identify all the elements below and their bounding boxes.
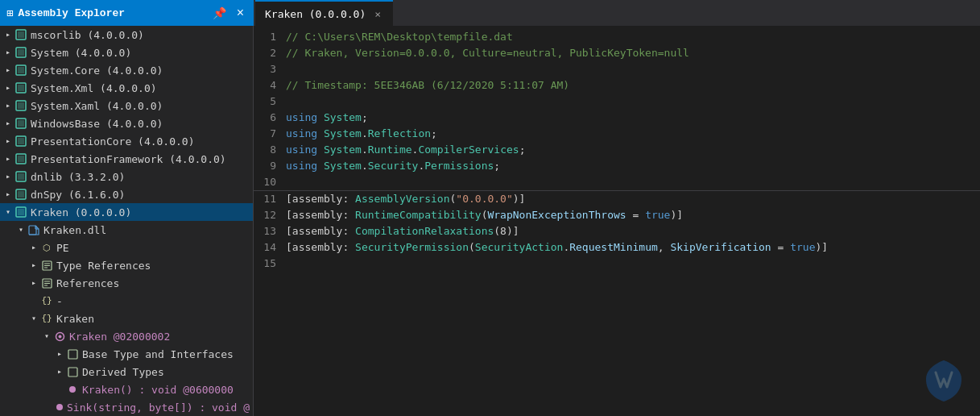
line-number: 12 — [254, 207, 286, 223]
line-number: 6 — [254, 110, 286, 126]
tab-close-btn[interactable]: × — [372, 7, 383, 21]
svg-rect-17 — [18, 173, 24, 180]
ns-icon: {} — [40, 294, 53, 307]
sidebar-item-systemxml[interactable]: System.Xml (4.0.0.0) — [0, 79, 253, 97]
svg-rect-3 — [18, 49, 24, 56]
sidebar-label: Sink(string, byte[]) : void @ — [67, 401, 250, 414]
code-line-10: 10 — [254, 174, 980, 191]
line-content: using System; — [286, 110, 368, 126]
line-number: 10 — [254, 174, 286, 190]
line-number: 4 — [254, 77, 286, 94]
svg-point-37 — [69, 386, 76, 393]
sidebar-item-derived-types[interactable]: Derived Types — [0, 363, 253, 381]
code-line-7: 7 using System.Reflection; — [254, 126, 980, 142]
sidebar-item-presentationcore[interactable]: PresentationCore (4.0.0.0) — [0, 132, 253, 150]
code-line-4: 4 // Timestamp: 5EE346AB (6/12/2020 5:11… — [254, 77, 980, 94]
sidebar-label: dnSpy (6.1.6.0) — [31, 189, 125, 201]
expand-arrow — [2, 154, 14, 164]
sidebar-label: Kraken (0.0.0.0) — [31, 206, 131, 218]
svg-rect-36 — [68, 368, 77, 376]
malwarebytes-logo — [920, 356, 968, 408]
svg-rect-5 — [18, 67, 24, 73]
assembly-icon — [14, 117, 27, 130]
close-explorer-button[interactable]: × — [234, 4, 247, 22]
line-number: 13 — [254, 223, 286, 239]
sidebar-item-type-references[interactable]: Type References — [0, 256, 253, 274]
line-number: 8 — [254, 142, 286, 158]
sidebar-label: Kraken @02000002 — [69, 331, 170, 343]
line-content: using System.Reflection; — [286, 126, 437, 142]
expand-arrow — [2, 65, 14, 75]
assembly-icon — [14, 206, 27, 218]
sidebar-label: Type References — [56, 260, 151, 272]
svg-rect-21 — [18, 209, 24, 215]
expand-arrow — [53, 349, 66, 359]
svg-rect-35 — [68, 350, 77, 359]
sidebar-item-references[interactable]: References — [0, 274, 253, 292]
line-content: [assembly: AssemblyVersion("0.0.0.0")] — [286, 191, 525, 207]
pe-icon: ⬡ — [40, 241, 53, 254]
sidebar-item-kraken-class[interactable]: Kraken @02000002 — [0, 327, 253, 345]
code-tab[interactable]: Kraken (0.0.0.0) × — [255, 0, 393, 26]
sidebar-item-empty-ns[interactable]: {} - — [0, 292, 253, 310]
line-number: 11 — [254, 191, 286, 207]
sidebar-item-systemxaml[interactable]: System.Xaml (4.0.0.0) — [0, 97, 253, 114]
sidebar-item-kraken-ctor[interactable]: Kraken() : void @0600000 — [0, 381, 253, 398]
assembly-icon — [14, 188, 27, 201]
sidebar-label: Kraken() : void @0600000 — [82, 384, 234, 396]
sidebar-label: PE — [56, 242, 69, 254]
sidebar-item-kraken[interactable]: Kraken (0.0.0.0) — [0, 203, 253, 221]
sidebar-item-kraken-ns[interactable]: {} Kraken — [0, 310, 253, 327]
line-number: 15 — [254, 256, 286, 272]
sidebar-item-systemcore[interactable]: System.Core (4.0.0.0) — [0, 61, 253, 79]
sidebar-item-sink-method[interactable]: Sink(string, byte[]) : void @ — [0, 398, 253, 416]
line-number: 3 — [254, 61, 286, 77]
assembly-explorer-panel: mscorlib (4.0.0.0) System (4.0.0.0) Syst… — [0, 26, 254, 416]
ns-icon: {} — [40, 312, 53, 325]
code-line-8: 8 using System.Runtime.CompilerServices; — [254, 142, 980, 158]
line-content: using System.Runtime.CompilerServices; — [286, 142, 525, 158]
code-line-14: 14 [assembly: SecurityPermission(Securit… — [254, 239, 980, 256]
sidebar-label: References — [56, 277, 119, 289]
assembly-icon — [14, 170, 27, 183]
line-content: // Kraken, Version=0.0.0.0, Culture=neut… — [286, 45, 689, 61]
ref-icon — [40, 277, 53, 289]
basetypes-icon — [66, 347, 79, 360]
code-line-6: 6 using System; — [254, 110, 980, 126]
sidebar-item-windowsbase[interactable]: WindowsBase (4.0.0.0) — [0, 114, 253, 132]
line-number: 7 — [254, 126, 286, 142]
line-number: 14 — [254, 239, 286, 256]
sidebar-item-pe[interactable]: ⬡ PE — [0, 239, 253, 256]
line-number: 5 — [254, 94, 286, 110]
code-line-15: 15 — [254, 256, 980, 272]
class-icon — [53, 330, 66, 343]
svg-rect-13 — [18, 138, 24, 144]
sidebar-item-base-types[interactable]: Base Type and Interfaces — [0, 345, 253, 363]
sidebar-item-system[interactable]: System (4.0.0.0) — [0, 44, 253, 61]
expand-arrow — [2, 101, 14, 110]
line-content: [assembly: RuntimeCompatibility(WrapNonE… — [286, 207, 683, 223]
sidebar-item-mscorlib[interactable]: mscorlib (4.0.0.0) — [0, 26, 253, 44]
expand-arrow — [2, 172, 14, 181]
sidebar-item-dnlib[interactable]: dnlib (3.3.2.0) — [0, 168, 253, 185]
svg-rect-7 — [18, 85, 24, 91]
sidebar-item-dnspy[interactable]: dnSpy (6.1.6.0) — [0, 185, 253, 203]
assembly-icon — [14, 64, 27, 77]
code-line-3: 3 — [254, 61, 980, 77]
sidebar-label: System.Core (4.0.0.0) — [31, 64, 163, 77]
sidebar-label: PresentationFramework (4.0.0.0) — [31, 153, 226, 165]
expand-arrow — [2, 119, 14, 128]
assembly-icon — [14, 46, 27, 59]
sidebar-item-kraken-dll[interactable]: Kraken.dll — [0, 221, 253, 239]
sidebar-label: - — [56, 295, 63, 307]
sidebar-label: Kraken.dll — [43, 224, 106, 236]
sidebar-item-presentationfw[interactable]: PresentationFramework (4.0.0.0) — [0, 150, 253, 168]
dll-icon — [27, 223, 40, 236]
assembly-icon — [14, 28, 27, 41]
svg-point-38 — [56, 404, 63, 410]
expand-arrow — [2, 30, 14, 40]
line-number: 9 — [254, 158, 286, 174]
line-content — [286, 174, 292, 190]
line-content: using System.Security.Permissions; — [286, 158, 500, 174]
pin-button[interactable]: 📌 — [210, 5, 229, 21]
